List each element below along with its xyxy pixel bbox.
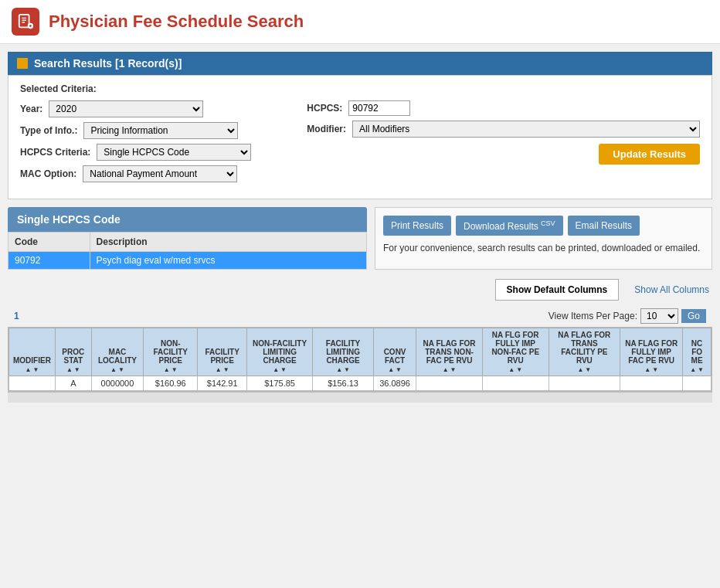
col-header-nc_fo_me: NC FO ME▲▼ [683, 328, 712, 376]
modifier-select[interactable]: All Modifiers None A [352, 121, 700, 138]
sort-desc-na_flag_trans_nonfac_pe_rvu[interactable]: ▼ [450, 366, 457, 373]
data-table-wrapper: MODIFIER▲▼PROC STAT▲▼MAC LOCALITY▲▼NON-F… [8, 327, 712, 392]
cell-facility_limiting: $156.13 [313, 376, 374, 391]
left-panel: Single HCPCS Code Code Description 90792… [8, 207, 367, 270]
cell-na_flg_fully_imp_nonfac_pe_rvu [482, 376, 548, 391]
sort-asc-facility_price[interactable]: ▲ [216, 366, 222, 373]
mac-option-select[interactable]: National Payment Amount Contractor Speci… [83, 165, 237, 182]
sort-asc-nc_fo_me[interactable]: ▲ [690, 366, 696, 373]
print-results-button[interactable]: Print Results [383, 216, 451, 236]
results-controls: Show Default Columns Show All Columns 1 … [8, 279, 712, 327]
app-icon [12, 8, 39, 36]
sort-desc-mac_locality[interactable]: ▼ [118, 366, 124, 373]
main-container: Search Results [1 Record(s)] Selected Cr… [0, 44, 720, 410]
col-header-na_flag_fully_imp_fac_pe_rvu: NA FLAG FOR FULLY IMP FAC PE RVU▲▼ [620, 328, 683, 376]
hcpcs-code-cell: 90792 [8, 252, 90, 270]
selected-criteria-label: Selected Criteria: [20, 83, 700, 94]
sort-desc-na_flg_fully_imp_nonfac_pe_rvu[interactable]: ▼ [516, 366, 522, 373]
hcpcs-description-cell: Psych diag eval w/med srvcs [90, 252, 366, 270]
sort-asc-mac_locality[interactable]: ▲ [110, 366, 117, 373]
sort-desc-non_facility_limiting[interactable]: ▼ [280, 366, 287, 373]
csv-icon: CSV [541, 219, 555, 227]
download-results-button[interactable]: Download Results CSV [456, 216, 563, 236]
hcpcs-criteria-select[interactable]: Single HCPCS Code Range of HCPCS Codes [97, 144, 251, 161]
col-header-conv_fact: CONV FACT▲▼ [373, 328, 416, 376]
right-panel: Print Results Download Results CSV Email… [375, 207, 712, 270]
type-of-info-select[interactable]: Pricing Information Relative Value Units [83, 122, 238, 139]
cell-na_flag_trans_facility_pe_rvu [548, 376, 620, 391]
cell-facility_price: $142.91 [198, 376, 247, 391]
sort-desc-na_flag_trans_facility_pe_rvu[interactable]: ▼ [585, 366, 591, 373]
items-per-page-label: View Items Per Page: [548, 311, 637, 321]
mac-option-label: MAC Option: [20, 168, 76, 179]
pagination-row: 1 View Items Per Page: 10 25 50 100 Go [8, 305, 712, 327]
page-title: Physician Fee Schedule Search [49, 12, 304, 32]
year-select[interactable]: 2020 2019 2018 [49, 100, 203, 117]
show-all-columns-link[interactable]: Show All Columns [634, 284, 709, 295]
sort-desc-na_flag_fully_imp_fac_pe_rvu[interactable]: ▼ [652, 366, 658, 373]
sort-asc-proc_stat[interactable]: ▲ [66, 366, 73, 373]
sort-desc-proc_stat[interactable]: ▼ [74, 366, 80, 373]
cell-proc_stat: A [55, 376, 91, 391]
horizontal-scrollbar[interactable] [8, 392, 712, 403]
code-col-header: Code [8, 233, 90, 252]
email-results-button[interactable]: Email Results [568, 216, 640, 236]
col-header-na_flag_trans_facility_pe_rvu: NA FLAG FOR TRANS FACILITY PE RVU▲▼ [548, 328, 620, 376]
col-header-facility_limiting: FACILITY LIMITING CHARGE▲▼ [313, 328, 374, 376]
sort-desc-non_facility_price[interactable]: ▼ [172, 366, 178, 373]
sort-asc-na_flag_trans_facility_pe_rvu[interactable]: ▲ [577, 366, 583, 373]
document-icon [17, 13, 34, 30]
sort-desc-conv_fact[interactable]: ▼ [396, 366, 402, 373]
results-header: Search Results [1 Record(s)] [8, 52, 712, 75]
svg-rect-0 [19, 15, 29, 28]
col-header-modifier: MODIFIER▲▼ [9, 328, 56, 376]
sort-asc-non_facility_limiting[interactable]: ▲ [273, 366, 279, 373]
cell-nc_fo_me [683, 376, 712, 391]
description-col-header: Description [90, 233, 366, 252]
hcpcs-label: HCPCS: [307, 103, 342, 114]
hcpcs-table-row[interactable]: 90792Psych diag eval w/med srvcs [8, 252, 367, 270]
type-of-info-label: Type of Info.: [20, 125, 77, 136]
col-header-mac_locality: MAC LOCALITY▲▼ [91, 328, 143, 376]
sort-desc-nc_fo_me[interactable]: ▼ [698, 366, 704, 373]
hcpcs-box-header: Single HCPCS Code [8, 207, 367, 232]
sort-asc-facility_limiting[interactable]: ▲ [336, 366, 342, 373]
cell-non_facility_limiting: $175.85 [247, 376, 313, 391]
col-header-facility_price: FACILITY PRICE▲▼ [198, 328, 247, 376]
sort-desc-modifier[interactable]: ▼ [32, 366, 39, 373]
col-header-na_flg_fully_imp_nonfac_pe_rvu: NA FLG FOR FULLY IMP NON-FAC PE RVU▲▼ [482, 328, 548, 376]
col-header-non_facility_limiting: NON-FACILITY LIMITING CHARGE▲▼ [247, 328, 313, 376]
page-header: Physician Fee Schedule Search [0, 0, 720, 44]
col-header-non_facility_price: NON-FACILITY PRICE▲▼ [144, 328, 198, 376]
items-per-page-control: View Items Per Page: 10 25 50 100 Go [548, 308, 706, 324]
search-panel: Selected Criteria: Year: 2020 2019 2018 … [8, 75, 712, 199]
year-label: Year: [20, 104, 42, 114]
sort-asc-conv_fact[interactable]: ▲ [388, 366, 394, 373]
sort-asc-modifier[interactable]: ▲ [25, 366, 32, 373]
modifier-label: Modifier: [307, 124, 346, 134]
sort-asc-na_flag_fully_imp_fac_pe_rvu[interactable]: ▲ [644, 366, 650, 373]
items-per-page-select[interactable]: 10 25 50 100 [640, 308, 678, 324]
col-header-na_flag_trans_nonfac_pe_rvu: NA FLAG FOR TRANS NON-FAC PE RVU▲▼ [416, 328, 483, 376]
sort-asc-na_flg_fully_imp_nonfac_pe_rvu[interactable]: ▲ [508, 366, 515, 373]
cell-conv_fact: 36.0896 [373, 376, 416, 391]
sort-asc-na_flag_trans_nonfac_pe_rvu[interactable]: ▲ [443, 366, 449, 373]
sort-asc-non_facility_price[interactable]: ▲ [164, 366, 170, 373]
results-table: MODIFIER▲▼PROC STAT▲▼MAC LOCALITY▲▼NON-F… [8, 328, 712, 391]
sort-desc-facility_price[interactable]: ▼ [223, 366, 229, 373]
update-results-button[interactable]: Update Results [599, 144, 700, 165]
current-page: 1 [14, 311, 19, 321]
show-default-columns-button[interactable]: Show Default Columns [495, 279, 620, 301]
cell-mac_locality: 0000000 [91, 376, 143, 391]
sort-desc-facility_limiting[interactable]: ▼ [344, 366, 350, 373]
hcpcs-code-table: Code Description 90792Psych diag eval w/… [8, 232, 367, 270]
convenience-text: For your convenience, search results can… [383, 242, 704, 255]
cell-na_flag_trans_nonfac_pe_rvu [416, 376, 483, 391]
table-row: A0000000$160.96$142.91$175.85$156.1336.0… [9, 376, 712, 391]
cell-modifier [9, 376, 56, 391]
hcpcs-input[interactable] [348, 100, 410, 116]
cell-non_facility_price: $160.96 [144, 376, 198, 391]
col-header-proc_stat: PROC STAT▲▼ [55, 328, 91, 376]
results-count-label: Search Results [1 Record(s)] [34, 57, 182, 70]
pagination-go-button[interactable]: Go [681, 309, 706, 323]
